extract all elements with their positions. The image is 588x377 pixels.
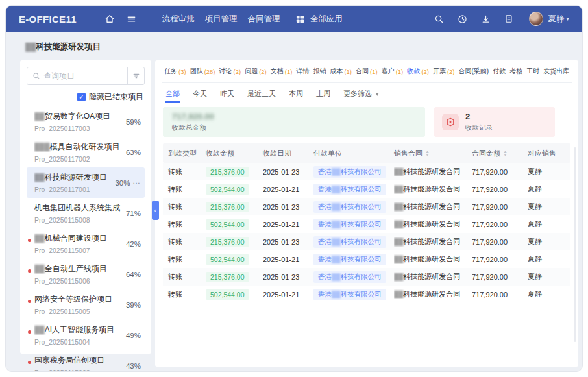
tab-label: 开票: [433, 67, 446, 76]
tab-label: 考核: [509, 67, 522, 76]
menu-icon[interactable]: [125, 12, 139, 26]
payer-link[interactable]: 香港██科技有限公司: [313, 271, 386, 283]
list-item[interactable]: 机电集团机器人系统集成 Pro_20250115008 71%: [27, 198, 145, 228]
cell-contract-amount: 717,920.00: [472, 221, 528, 228]
tab[interactable]: 客户 (1): [382, 60, 404, 83]
search-icon[interactable]: [432, 12, 446, 26]
tab[interactable]: 成本 (1): [330, 60, 352, 83]
nav-item[interactable]: 合同管理: [248, 14, 280, 25]
user-name[interactable]: 夏静: [548, 14, 564, 25]
payer-link[interactable]: 香港██科技有限公司: [313, 236, 386, 248]
document-icon[interactable]: [502, 12, 516, 26]
tab[interactable]: 付款: [493, 60, 506, 83]
project-code: Pro_20250117002: [34, 155, 123, 163]
payer-link[interactable]: 香港██科技有限公司: [313, 184, 386, 195]
date-filter[interactable]: 最近三天: [247, 89, 276, 99]
tab[interactable]: 合同 (1): [356, 60, 378, 83]
payer-link[interactable]: 香港██科技有限公司: [313, 254, 386, 265]
tab-count: (1): [285, 68, 293, 75]
column-header[interactable]: 销售合同 ▲▼: [394, 149, 472, 158]
column-header[interactable]: 到款类型: [163, 149, 206, 158]
amount-badge[interactable]: 502,544.00: [206, 184, 249, 195]
column-header[interactable]: 合同金额 ▲▼: [472, 149, 528, 158]
tab[interactable]: 讨论 (2): [219, 60, 241, 83]
amount-badge[interactable]: 215,376.00: [206, 202, 249, 212]
amount-badge[interactable]: 502,544.00: [206, 289, 249, 300]
avatar[interactable]: [529, 12, 543, 26]
date-filter[interactable]: 本周: [289, 89, 303, 99]
amount-badge[interactable]: 215,376.00: [206, 272, 249, 282]
filter-icon[interactable]: [127, 67, 144, 84]
column-header[interactable]: 付款单位: [313, 149, 394, 158]
tab[interactable]: 团队 (28): [190, 60, 215, 83]
table-row[interactable]: 转账 502,544.00 2025-01-21 香港██科技有限公司 ██科技…: [163, 180, 570, 198]
amount-badge[interactable]: 502,544.00: [206, 254, 249, 265]
tab-label: 成本: [330, 67, 343, 76]
cell-contract-amount: 717,920.00: [472, 291, 528, 298]
sort-icon[interactable]: ▲▼: [503, 150, 508, 156]
project-name: ██机械合同建设项目: [34, 233, 123, 244]
cell-date: 2025-01-21: [263, 291, 313, 298]
date-filter[interactable]: 昨天: [220, 89, 234, 99]
more-filters-button[interactable]: 更多筛选 ▾: [343, 89, 379, 99]
apps-grid-icon[interactable]: [293, 12, 308, 26]
amount-badge[interactable]: 502,544.00: [206, 219, 249, 230]
list-item[interactable]: ███模具自动化研发项目 Pro_20250117002 63%: [27, 137, 145, 167]
table-row[interactable]: 转账 215,376.00 2025-01-23 香港██科技有限公司 ██科技…: [163, 268, 570, 286]
search-input[interactable]: [43, 71, 127, 80]
sort-icon[interactable]: ▲▼: [425, 150, 430, 156]
payer-link[interactable]: 香港██科技有限公司: [313, 201, 386, 213]
column-header[interactable]: 对应销售: [528, 149, 564, 158]
tab-label: 合同(采购): [459, 67, 489, 76]
column-header[interactable]: 收款金额: [206, 149, 263, 158]
list-item[interactable]: ██AI人工智能服务项目 Pro_20250115004 49%: [27, 320, 145, 350]
collapse-sidebar-icon[interactable]: ‹: [152, 201, 159, 220]
collection-table: 到款类型 收款金额 收款日期 付款单位 销售合同 ▲▼ 合同金额 ▲▼ 对应销售: [163, 143, 570, 303]
tab[interactable]: 问题 (2): [245, 60, 267, 83]
payer-link[interactable]: 香港██科技有限公司: [313, 166, 386, 178]
more-actions-icon[interactable]: ⋯: [133, 178, 141, 188]
scrollbar[interactable]: [574, 147, 576, 342]
table-row[interactable]: 转账 215,376.00 2025-01-23 香港██科技有限公司 ██科技…: [163, 163, 570, 180]
tab[interactable]: 合同(采购): [459, 60, 489, 83]
table-row[interactable]: 转账 502,544.00 2025-01-21 香港██科技有限公司 ██科技…: [163, 286, 570, 303]
tab[interactable]: 文档 (1): [271, 60, 293, 83]
amount-badge[interactable]: 215,376.00: [206, 167, 249, 177]
tab[interactable]: 收款 (2): [407, 60, 429, 83]
list-item[interactable]: ██机械合同建设项目 Pro_20250115007 42%: [27, 228, 145, 259]
tab[interactable]: 工时: [526, 60, 539, 83]
nav-item[interactable]: 流程审批: [162, 14, 195, 25]
table-row[interactable]: 转账 502,544.00 2025-01-21 香港██科技有限公司 ██科技…: [163, 215, 570, 233]
tab[interactable]: 开票 (2): [433, 60, 455, 83]
column-header[interactable]: 收款日期: [263, 149, 313, 158]
tab[interactable]: 考核: [509, 60, 522, 83]
date-filter[interactable]: 上周: [316, 89, 330, 99]
list-item[interactable]: 网络安全等级保护项目 Pro_20250115005 39%: [27, 289, 145, 320]
tab[interactable]: 发货出库: [543, 60, 569, 83]
payer-link[interactable]: 香港██科技有限公司: [313, 289, 386, 300]
home-icon[interactable]: [103, 12, 117, 26]
amount-badge[interactable]: 215,376.00: [206, 237, 249, 247]
date-filter[interactable]: 今天: [193, 89, 207, 99]
table-row[interactable]: 转账 215,376.00 2025-01-23 香港██科技有限公司 ██科技…: [163, 233, 570, 250]
list-item[interactable]: ██全自动生产线项目 Pro_20250115006 64%: [27, 259, 145, 289]
tab[interactable]: 任务 (3): [164, 60, 186, 83]
list-item[interactable]: 国家税务局信创项目 Pro_20250115003 43%: [27, 350, 145, 372]
project-percent: 39%: [126, 301, 141, 309]
table-row[interactable]: 转账 502,544.00 2025-01-21 香港██科技有限公司 ██科技…: [163, 250, 570, 268]
tab[interactable]: 详情: [296, 60, 309, 83]
all-apps-link[interactable]: 全部应用: [310, 14, 343, 25]
table-row[interactable]: 转账 215,376.00 2025-01-23 香港██科技有限公司 ██科技…: [163, 198, 570, 215]
alert-dot: [28, 361, 31, 364]
list-item[interactable]: ██贸易数字化OA项目 Pro_20250117003 59%: [27, 106, 145, 137]
hide-finished-checkbox[interactable]: ✓: [77, 93, 86, 101]
nav-item[interactable]: 项目管理: [205, 14, 238, 25]
download-icon[interactable]: [478, 12, 493, 26]
tab[interactable]: 报销: [313, 60, 326, 83]
payer-link[interactable]: 香港██科技有限公司: [313, 219, 386, 230]
chevron-down-icon[interactable]: ▾: [566, 16, 569, 22]
alert-dot: [28, 330, 31, 334]
date-filter[interactable]: 全部: [165, 89, 180, 99]
list-item[interactable]: ██科技能源研发项目 Pro_20250117001 30% ⋯: [27, 167, 145, 198]
clock-icon[interactable]: [455, 12, 469, 26]
